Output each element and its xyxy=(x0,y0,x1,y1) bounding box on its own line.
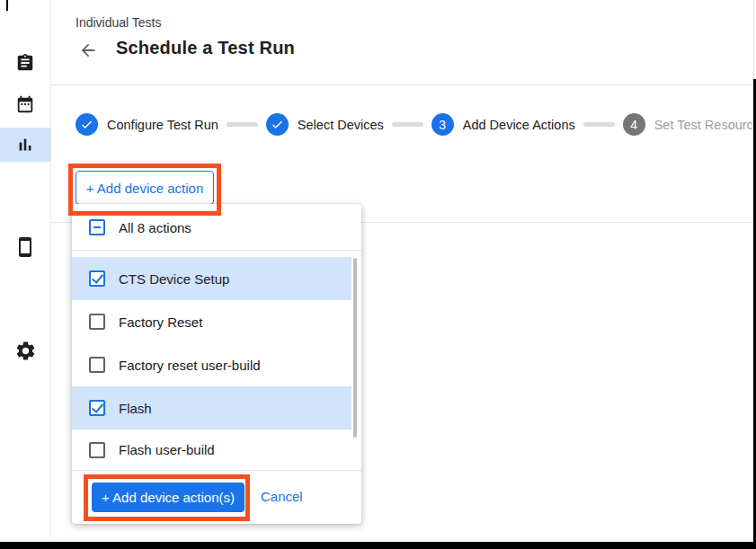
step-configure-test-run[interactable]: Configure Test Run xyxy=(76,113,218,136)
action-checkbox[interactable] xyxy=(89,314,105,330)
action-row-factory-reset[interactable]: Factory Reset xyxy=(72,300,351,343)
step-label: Add Device Actions xyxy=(463,118,575,132)
action-checkbox[interactable] xyxy=(89,270,105,287)
step-connector xyxy=(227,122,258,127)
confirm-add-device-actions-button[interactable]: + Add device action(s) xyxy=(92,483,245,512)
settings-icon xyxy=(14,340,37,362)
check-icon xyxy=(271,118,284,131)
cancel-button[interactable]: Cancel xyxy=(261,489,303,504)
step-add-device-actions[interactable]: 3 Add Device Actions xyxy=(431,113,575,136)
action-row-cts-device-setup[interactable]: CTS Device Setup xyxy=(72,257,351,300)
border-artifact-right-gray xyxy=(753,0,754,79)
border-artifact-top-left xyxy=(6,0,8,11)
breadcrumb: Individual Tests xyxy=(76,15,161,30)
action-label: CTS Device Setup xyxy=(119,271,229,287)
sidebar-item-plans[interactable] xyxy=(0,87,50,121)
dropdown-scrollbar[interactable] xyxy=(353,258,357,438)
step-number: 3 xyxy=(431,113,454,136)
dropdown-footer-divider xyxy=(72,470,361,471)
bar-chart-icon xyxy=(15,135,35,155)
sidebar-item-settings[interactable] xyxy=(0,333,50,367)
step-connector xyxy=(392,122,423,127)
step-label: Configure Test Run xyxy=(107,118,218,132)
action-label: Factory Reset xyxy=(119,314,202,330)
action-row-flash-user-build[interactable]: Flash user-build xyxy=(72,429,351,470)
add-device-action-button[interactable]: + Add device action xyxy=(76,171,214,205)
action-checkbox[interactable] xyxy=(89,442,105,458)
action-row-factory-reset-user-build[interactable]: Factory reset user-build xyxy=(72,343,351,386)
stepper: Configure Test Run Select Devices 3 Add … xyxy=(76,113,756,136)
app-window: Individual Tests Schedule a Test Run Con… xyxy=(0,0,756,549)
check-icon xyxy=(80,118,93,131)
action-row-flash[interactable]: Flash xyxy=(72,386,351,429)
select-all-actions-row[interactable]: All 8 actions xyxy=(72,206,351,249)
sidebar xyxy=(0,0,51,542)
arrow-back-icon xyxy=(78,40,98,60)
step-complete-icon xyxy=(266,113,289,136)
step-select-devices[interactable]: Select Devices xyxy=(266,113,384,136)
action-label: Flash xyxy=(119,401,152,416)
step-label: Select Devices xyxy=(298,118,384,132)
page-title: Schedule a Test Run xyxy=(116,38,295,58)
sidebar-item-tests[interactable] xyxy=(0,46,50,80)
smartphone-icon xyxy=(14,236,36,258)
step-number: 4 xyxy=(623,113,645,136)
action-label: Flash user-build xyxy=(119,442,215,457)
action-checkbox[interactable] xyxy=(89,400,105,416)
calendar-icon xyxy=(15,94,35,114)
step-label: Set Test Resources xyxy=(654,118,756,132)
assignment-icon xyxy=(15,53,35,73)
action-label: Factory reset user-build xyxy=(119,358,261,373)
step-set-test-resources[interactable]: 4 Set Test Resources xyxy=(623,113,756,136)
dropdown-divider xyxy=(72,250,361,251)
select-all-label: All 8 actions xyxy=(119,220,191,235)
step-complete-icon xyxy=(76,113,98,136)
back-button[interactable] xyxy=(77,40,99,62)
sidebar-item-results[interactable] xyxy=(0,128,50,162)
header-divider xyxy=(51,84,753,85)
border-artifact-bottom xyxy=(0,542,756,549)
device-action-dropdown: All 8 actions CTS Device Setup Factory R… xyxy=(72,204,361,524)
action-checkbox[interactable] xyxy=(89,357,105,373)
select-all-checkbox[interactable] xyxy=(89,219,105,235)
step-connector xyxy=(583,122,615,127)
sidebar-item-devices[interactable] xyxy=(0,230,50,264)
